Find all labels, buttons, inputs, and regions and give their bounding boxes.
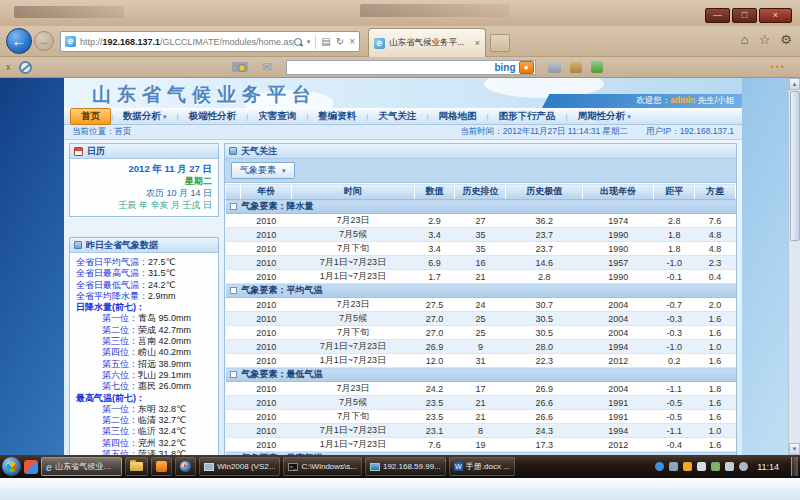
- group-label[interactable]: 气象要素：平均气温: [226, 284, 736, 298]
- nav-item-0[interactable]: 首页: [70, 108, 111, 125]
- refresh-icon[interactable]: ↻: [336, 36, 344, 47]
- address-bar[interactable]: e http://192.168.137.1/GLCCLIMATE/module…: [60, 31, 360, 52]
- taskbar-button-0[interactable]: e山东省气候业务...: [41, 457, 122, 476]
- minimize-button[interactable]: —: [705, 8, 730, 23]
- console-icon: >_: [288, 463, 298, 471]
- cell-数值: 6.9: [414, 256, 455, 270]
- nav-item-2[interactable]: 极端性分析: [179, 109, 247, 124]
- security-icon[interactable]: [683, 462, 692, 471]
- taskbar-button-6[interactable]: 192.168.59.99...: [365, 457, 446, 476]
- binoculars-icon[interactable]: [548, 62, 561, 73]
- weather-stat: 全省平均降水量：2.9mm: [76, 291, 216, 302]
- url-text[interactable]: http://192.168.137.1/GLCCLIMATE/modules/…: [80, 37, 294, 47]
- nav-item-1[interactable]: 数据分析▾: [113, 109, 177, 124]
- forward-button[interactable]: →: [34, 31, 54, 51]
- update-icon[interactable]: [669, 462, 678, 471]
- stat-value: 31.5℃: [148, 268, 176, 278]
- new-tab-button[interactable]: [490, 34, 510, 52]
- taskbar-button-2[interactable]: [151, 457, 172, 476]
- collapse-toggle-icon[interactable]: [230, 287, 237, 294]
- row-select-cell: [226, 256, 241, 270]
- highlighter-icon[interactable]: [570, 62, 582, 73]
- scroll-down-icon[interactable]: ▼: [789, 443, 800, 455]
- rank-item: 第四位：崂山 40.2mm: [76, 347, 216, 358]
- word-icon: W: [454, 462, 463, 471]
- calendar-panel: 日历 2012 年 11 月 27 日 星期二 农历 10 月 14 日 壬辰 …: [69, 143, 219, 217]
- start-button[interactable]: [2, 457, 21, 476]
- cell-出现年份: 1974: [582, 214, 653, 228]
- im-icon[interactable]: [655, 462, 664, 471]
- blocker-icon[interactable]: [19, 61, 32, 74]
- scroll-up-icon[interactable]: ▲: [789, 78, 800, 90]
- tab-title[interactable]: 山东省气候业务平...: [389, 37, 471, 49]
- element-dropdown-button[interactable]: 气象要素▾: [231, 162, 295, 179]
- compatibility-view-icon[interactable]: ▤: [321, 36, 330, 47]
- cell-出现年份: 2012: [582, 438, 653, 452]
- addon-puzzle-icon[interactable]: [591, 61, 603, 73]
- bing-search-button[interactable]: ●: [519, 61, 534, 74]
- group-label[interactable]: 气象要素：降水量: [226, 200, 736, 214]
- tab-close-icon[interactable]: ×: [475, 38, 480, 48]
- scrollbar-thumb[interactable]: [790, 91, 800, 241]
- cell-历史极值: 30.7: [506, 298, 583, 312]
- taskbar-clock[interactable]: 11:14: [757, 462, 779, 472]
- cell-距平: -0.3: [654, 312, 695, 326]
- stop-icon[interactable]: ×: [349, 36, 355, 47]
- volume-icon[interactable]: [739, 462, 748, 471]
- collapse-toggle-icon[interactable]: [230, 371, 237, 378]
- cell-数值: 24.2: [414, 382, 455, 396]
- cell-距平: -1.1: [654, 424, 695, 438]
- rank-value: 崂山 40.2mm: [138, 347, 191, 357]
- toolbar-close-icon[interactable]: x: [6, 62, 11, 72]
- cell-时间: 7月1日~7月23日: [292, 340, 414, 354]
- search-dropdown-icon[interactable]: ▾: [307, 38, 311, 46]
- nav-item-8[interactable]: 周期性分析▾: [568, 109, 641, 124]
- maximize-button[interactable]: □: [732, 8, 757, 23]
- browser-tab[interactable]: e 山东省气候业务平... ×: [368, 28, 486, 57]
- cell-历史极值: 24.3: [506, 424, 583, 438]
- cell-时间: 7月下旬: [292, 242, 414, 256]
- toolbar-overflow-icon[interactable]: •••: [771, 62, 786, 72]
- pinned-app-icon[interactable]: [24, 460, 38, 474]
- nav-item-5[interactable]: 天气关注: [368, 109, 426, 124]
- mail-icon[interactable]: ✉: [262, 60, 272, 74]
- nav-item-3[interactable]: 灾害查询: [248, 109, 306, 124]
- cell-历史排位: 21: [455, 410, 506, 424]
- camera-icon[interactable]: [232, 62, 248, 72]
- cell-历史极值: 26.6: [506, 410, 583, 424]
- collapse-toggle-icon[interactable]: [230, 203, 237, 210]
- back-button[interactable]: ←: [6, 28, 32, 54]
- cell-年份: 2010: [241, 382, 292, 396]
- cell-方差: 1.6: [695, 410, 736, 424]
- cell-出现年份: 1991: [582, 410, 653, 424]
- row-select-cell: [226, 410, 241, 424]
- cell-年份: 2010: [241, 270, 292, 284]
- taskbar-button-5[interactable]: >_C:\Windows\s...: [283, 457, 362, 476]
- cell-历史极值: 26.6: [506, 396, 583, 410]
- nav-item-7[interactable]: 图形下行产品: [489, 109, 566, 124]
- cell-历史排位: 24: [455, 298, 506, 312]
- cell-方差: 4.8: [695, 228, 736, 242]
- sync-icon[interactable]: [711, 462, 720, 471]
- cell-距平: -0.1: [654, 270, 695, 284]
- table-row: 20107月5候23.52126.61991-0.51.6: [226, 396, 736, 410]
- taskbar-button-1[interactable]: [125, 457, 148, 476]
- network-icon[interactable]: [725, 462, 734, 471]
- taskbar-button-4[interactable]: Win2008 (VS2...: [199, 457, 280, 476]
- taskbar-button-7[interactable]: W手册.docx ...: [449, 457, 515, 476]
- home-icon[interactable]: ⌂: [741, 32, 749, 47]
- flag-icon[interactable]: [697, 462, 706, 471]
- taskbar-button-3[interactable]: [175, 457, 196, 476]
- cell-时间: 7月5候: [292, 396, 414, 410]
- close-button[interactable]: ×: [759, 8, 792, 23]
- group-label[interactable]: 气象要素：最低气温: [226, 368, 736, 382]
- tools-gear-icon[interactable]: ⚙: [780, 32, 792, 47]
- favorites-star-icon[interactable]: ☆: [759, 32, 771, 47]
- page-scrollbar[interactable]: ▲ ▼: [788, 78, 800, 455]
- nav-item-4[interactable]: 整编资料: [308, 109, 366, 124]
- show-desktop-button[interactable]: [791, 457, 798, 476]
- nav-item-6[interactable]: 网格地图: [428, 109, 486, 124]
- bing-search-input[interactable]: [287, 61, 492, 74]
- search-icon[interactable]: [294, 38, 302, 46]
- cell-历史极值: 22.3: [506, 354, 583, 368]
